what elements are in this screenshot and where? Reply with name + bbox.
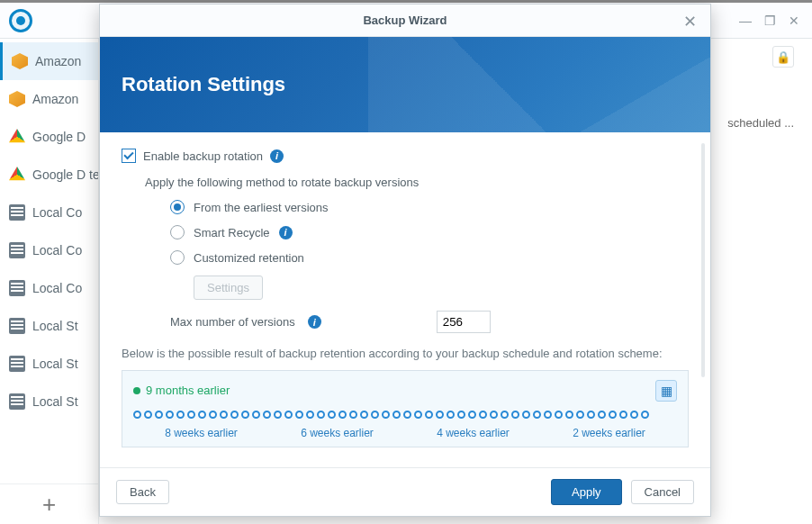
timeline-track <box>133 409 677 421</box>
sidebar-item-local-st-1[interactable]: Local St <box>0 307 98 345</box>
close-window-button[interactable]: ✕ <box>789 14 799 28</box>
timeline-oldest-label: 9 months earlier <box>133 384 230 397</box>
radio-earliest[interactable] <box>170 200 185 214</box>
sidebar-item-label: Local St <box>32 394 78 409</box>
info-icon[interactable]: i <box>270 149 284 163</box>
sidebar-item-label: Google D <box>32 130 86 144</box>
lock-icon: 🔒 <box>776 50 790 64</box>
back-button[interactable]: Back <box>116 480 169 504</box>
storage-icon <box>9 204 25 221</box>
info-icon[interactable]: i <box>308 315 321 329</box>
radio-custom-retention[interactable] <box>170 250 185 265</box>
sidebar-item-label: Amazon <box>32 92 78 106</box>
sidebar-item-label: Local St <box>32 319 78 333</box>
sidebar: Amazon Amazon Google D Google D test Loc… <box>0 39 99 524</box>
plus-icon: + <box>42 491 56 519</box>
sidebar-item-local-co-2[interactable]: Local Co <box>0 231 98 269</box>
radio-custom-label: Customized retention <box>194 251 304 265</box>
sidebar-item-label: Amazon <box>35 54 81 68</box>
sidebar-add-button[interactable]: + <box>0 483 98 524</box>
timeline-box: 9 months earlier ▦ 8 weeks earlier 6 wee… <box>122 370 689 447</box>
apply-method-label: Apply the following method to rotate bac… <box>145 176 689 189</box>
modal-title: Backup Wizard <box>363 14 447 27</box>
storage-icon <box>9 280 25 296</box>
sidebar-item-label: Local Co <box>32 243 82 257</box>
modal-titlebar: Backup Wizard ✕ <box>100 5 710 37</box>
sidebar-item-amazon-1[interactable]: Amazon <box>0 42 98 80</box>
window-controls: — ❐ ✕ <box>739 14 803 28</box>
sidebar-item-local-co-1[interactable]: Local Co <box>0 194 98 231</box>
modal-footer: Back Apply Cancel <box>100 467 710 516</box>
lock-button[interactable]: 🔒 <box>772 46 794 68</box>
storage-icon <box>9 356 25 372</box>
banner-title: Rotation Settings <box>122 73 285 96</box>
radio-earliest-label: From the earliest versions <box>194 201 329 214</box>
sidebar-item-local-co-3[interactable]: Local Co <box>0 269 98 307</box>
scheduled-text: scheduled ... <box>727 116 794 130</box>
enable-rotation-checkbox[interactable] <box>122 149 136 163</box>
sidebar-item-amazon-2[interactable]: Amazon <box>0 80 98 118</box>
sidebar-item-label: Google D test <box>32 167 98 182</box>
enable-rotation-label: Enable backup rotation <box>143 149 263 163</box>
cube-icon <box>9 91 25 107</box>
sidebar-item-local-st-2[interactable]: Local St <box>0 345 98 383</box>
drive-icon <box>9 129 25 145</box>
sidebar-item-google-d-1[interactable]: Google D <box>0 118 98 156</box>
storage-icon <box>9 242 25 258</box>
sidebar-item-local-st-3[interactable]: Local St <box>0 383 98 420</box>
dot-icon <box>133 387 140 394</box>
sidebar-item-google-d-test[interactable]: Google D test <box>0 156 98 194</box>
sidebar-item-label: Local Co <box>32 205 82 220</box>
apply-button[interactable]: Apply <box>551 479 622 505</box>
timeline-label: 4 weeks earlier <box>437 427 510 439</box>
timeline-label: 8 weeks earlier <box>165 427 238 439</box>
app-logo-icon <box>9 9 32 32</box>
backup-wizard-modal: Backup Wizard ✕ Rotation Settings Enable… <box>99 4 711 517</box>
timeline-label: 2 weeks earlier <box>573 427 645 439</box>
max-versions-input[interactable] <box>437 311 491 333</box>
radio-smart-label: Smart Recycle <box>194 226 270 239</box>
maximize-button[interactable]: ❐ <box>764 14 776 28</box>
storage-icon <box>9 318 25 334</box>
drive-icon <box>9 167 25 183</box>
cube-icon <box>12 53 28 69</box>
calendar-icon: ▦ <box>661 384 672 398</box>
radio-smart-recycle[interactable] <box>170 225 185 239</box>
minimize-button[interactable]: — <box>739 14 752 28</box>
settings-button: Settings <box>194 276 263 300</box>
calendar-button[interactable]: ▦ <box>655 380 677 402</box>
modal-banner: Rotation Settings <box>100 37 710 132</box>
max-versions-label: Max number of versions <box>170 315 295 329</box>
timeline-labels: 8 weeks earlier 6 weeks earlier 4 weeks … <box>133 421 677 439</box>
timeline-label: 6 weeks earlier <box>301 427 374 439</box>
modal-content: Enable backup rotation i Apply the follo… <box>100 132 710 467</box>
scrollbar[interactable] <box>701 143 705 377</box>
sidebar-item-label: Local St <box>32 357 78 371</box>
info-icon[interactable]: i <box>279 226 293 239</box>
sidebar-item-label: Local Co <box>32 281 82 295</box>
modal-close-button[interactable]: ✕ <box>683 12 699 32</box>
result-hint: Below is the possible result of backup r… <box>122 346 689 363</box>
storage-icon <box>9 393 25 410</box>
cancel-button[interactable]: Cancel <box>631 480 694 504</box>
